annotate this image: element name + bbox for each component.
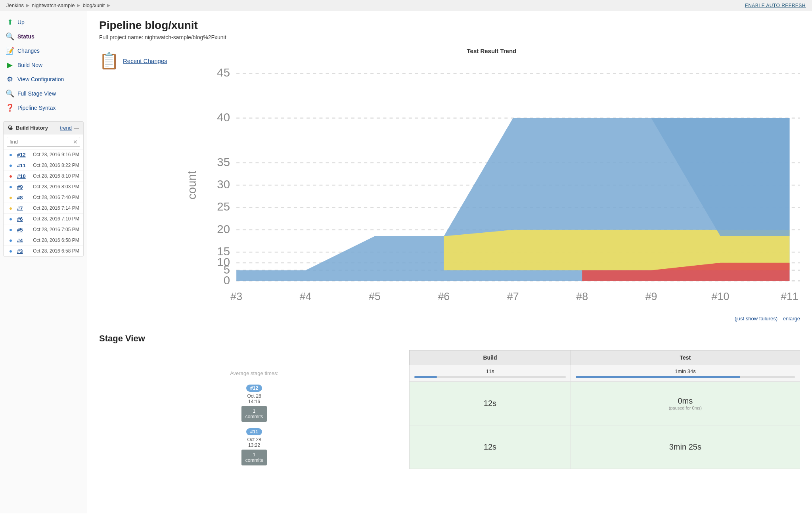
- build-link[interactable]: #3: [17, 248, 30, 254]
- svg-text:35: 35: [217, 155, 230, 168]
- sidebar-item-build-now[interactable]: ▶ Build Now: [0, 58, 87, 72]
- build-link[interactable]: #9: [17, 184, 30, 190]
- chart-links: (just show failures) enlarge: [183, 316, 800, 322]
- build-link[interactable]: #5: [17, 227, 30, 233]
- svg-text:40: 40: [217, 111, 230, 124]
- enlarge-link[interactable]: enlarge: [783, 316, 800, 322]
- sidebar-item-up[interactable]: ⬆ Up: [0, 15, 87, 29]
- avg-test-val: 1min 34s: [576, 368, 795, 374]
- stage-view-title: Stage View: [99, 333, 800, 344]
- sidebar-item-pipeline-syntax[interactable]: ❓ Pipeline Syntax: [0, 101, 87, 115]
- chart-title: Test Result Trend: [183, 48, 800, 54]
- build-date-11: Oct 28: [104, 437, 404, 442]
- svg-text:count: count: [185, 171, 198, 199]
- breadcrumb-sep-2: ▶: [77, 3, 80, 8]
- build-date: Oct 28, 2016 7:10 PM: [33, 216, 79, 222]
- build-badge-12[interactable]: #12: [246, 385, 262, 392]
- avg-test-progress-wrap: [576, 376, 795, 378]
- svg-text:#7: #7: [507, 291, 519, 302]
- recent-changes-box: 📋 Recent Changes: [99, 48, 167, 70]
- sidebar-item-changes[interactable]: 📝 Changes: [0, 44, 87, 58]
- avg-build-progress-bar: [414, 376, 437, 378]
- build-status-icon: ●: [8, 151, 14, 158]
- sidebar-item-pipeline-syntax-label: Pipeline Syntax: [17, 105, 56, 111]
- full-stage-view-icon: 🔍: [6, 89, 14, 98]
- sidebar-item-view-configuration[interactable]: ⚙ View Configuration: [0, 72, 87, 86]
- build-link[interactable]: #8: [17, 195, 30, 201]
- build-now-icon: ▶: [6, 61, 14, 69]
- build-search: ✕: [4, 134, 83, 149]
- build-status-icon: ●: [8, 184, 14, 190]
- build-status-icon: ●: [8, 205, 14, 211]
- build-link[interactable]: #6: [17, 216, 30, 222]
- trend-link[interactable]: trend: [60, 125, 72, 131]
- auto-refresh-link[interactable]: ENABLE AUTO REFRESH: [745, 3, 806, 8]
- build-status-icon: ●: [8, 162, 14, 168]
- build-date: Oct 28, 2016 6:58 PM: [33, 237, 79, 243]
- build-list-item: ● #7 Oct 28, 2016 7:14 PM: [4, 203, 83, 214]
- build-link[interactable]: #4: [17, 237, 30, 243]
- svg-text:#4: #4: [299, 291, 311, 302]
- build-date: Oct 28, 2016 7:14 PM: [33, 205, 79, 211]
- build-list-item: ● #12 Oct 28, 2016 9:16 PM: [4, 149, 83, 160]
- build-link[interactable]: #7: [17, 205, 30, 211]
- build-date: Oct 28, 2016 8:10 PM: [33, 173, 79, 179]
- breadcrumb-sep-1: ▶: [26, 3, 29, 8]
- status-icon: 🔍: [6, 32, 14, 41]
- chart-svg: 45 40 35 30 25 20 15 10: [183, 57, 800, 313]
- build-link[interactable]: #11: [17, 163, 30, 168]
- svg-text:#10: #10: [711, 291, 729, 302]
- main-content: Pipeline blog/xunit Full project name: n…: [87, 11, 812, 513]
- stage-header-empty: [99, 350, 410, 365]
- test-time-cell-12: 0ms (paused for 0ms): [571, 381, 800, 425]
- build-status-icon: ●: [8, 216, 14, 222]
- build-time-12: 14:16: [104, 399, 404, 404]
- svg-text:#8: #8: [576, 291, 588, 302]
- commits-badge-12[interactable]: 1commits: [241, 406, 267, 422]
- breadcrumb-nightwatch[interactable]: nightwatch-sample: [32, 2, 75, 8]
- build-badge-11[interactable]: #11: [246, 428, 262, 435]
- svg-text:#6: #6: [438, 291, 450, 302]
- build-date: Oct 28, 2016 7:40 PM: [33, 195, 79, 200]
- stage-col-test: Test: [571, 350, 800, 365]
- sidebar-item-status[interactable]: 🔍 Status: [0, 29, 87, 44]
- avg-build-val: 11s: [414, 368, 565, 374]
- sidebar-item-view-configuration-label: View Configuration: [17, 76, 64, 82]
- svg-text:#5: #5: [369, 291, 381, 302]
- svg-text:#3: #3: [230, 291, 242, 302]
- breadcrumb-blog-xunit[interactable]: blog/xunit: [82, 2, 105, 8]
- build-search-input[interactable]: [7, 137, 80, 147]
- breadcrumb: Jenkins ▶ nightwatch-sample ▶ blog/xunit…: [6, 2, 110, 8]
- commits-badge-11[interactable]: 1commits: [241, 450, 267, 465]
- just-show-failures-link[interactable]: (just show failures): [735, 316, 778, 322]
- build-list-item: ● #6 Oct 28, 2016 7:10 PM: [4, 214, 83, 224]
- svg-text:30: 30: [217, 178, 230, 191]
- build-date-12: Oct 28: [104, 393, 404, 399]
- pipeline-syntax-icon: ❓: [6, 103, 14, 112]
- sidebar-item-full-stage-view[interactable]: 🔍 Full Stage View: [0, 86, 87, 101]
- breadcrumb-jenkins[interactable]: Jenkins: [6, 2, 24, 8]
- build-link[interactable]: #10: [17, 173, 30, 179]
- test-time-cell-11: 3min 25s: [571, 425, 800, 469]
- test-time-sub-12: (paused for 0ms): [576, 406, 795, 410]
- build-time-cell-12: 12s: [410, 381, 571, 425]
- build-status-icon: ●: [8, 194, 14, 201]
- svg-text:0: 0: [223, 274, 230, 287]
- sidebar-item-build-now-label: Build Now: [17, 62, 42, 68]
- recent-changes-link[interactable]: Recent Changes: [123, 57, 167, 64]
- svg-text:20: 20: [217, 222, 230, 235]
- svg-text:45: 45: [217, 66, 230, 79]
- build-history-title: 🌤 Build History: [8, 125, 48, 131]
- bh-dash: —: [74, 125, 79, 131]
- stage-col-build: Build: [410, 350, 571, 365]
- build-status-icon: ●: [8, 173, 14, 179]
- build-search-clear[interactable]: ✕: [73, 139, 78, 145]
- sidebar-item-status-label: Status: [17, 33, 34, 40]
- sidebar: ⬆ Up 🔍 Status 📝 Changes ▶ Build: [0, 11, 87, 513]
- sidebar-item-changes-label: Changes: [17, 48, 40, 54]
- build-history-label: Build History: [16, 125, 48, 131]
- build-link[interactable]: #12: [17, 152, 30, 158]
- project-name: Full project name: nightwatch-sample/blo…: [99, 34, 800, 40]
- svg-text:#11: #11: [781, 291, 799, 302]
- avg-row: Average stage times: 11s 1min 34s: [99, 365, 800, 381]
